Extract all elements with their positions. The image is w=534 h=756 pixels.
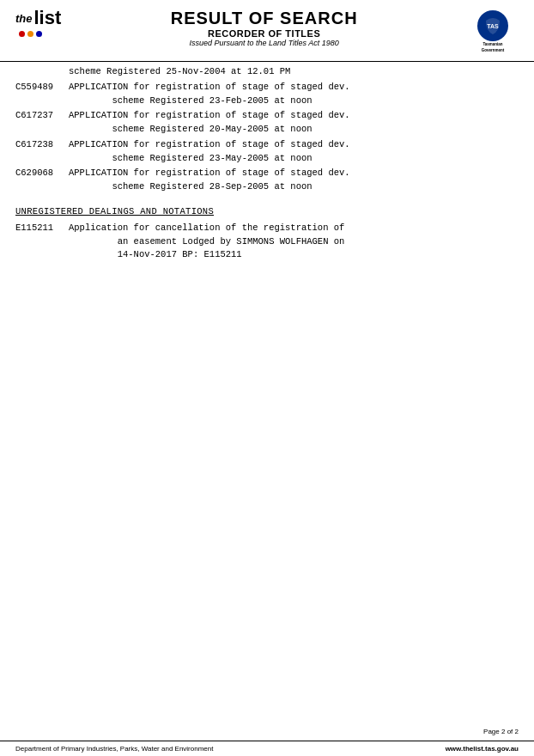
entry-id (15, 65, 69, 79)
svg-text:Government: Government (482, 48, 505, 52)
entry-id: C629068 (15, 167, 69, 194)
list-item: E115211 Application for cancellation of … (15, 222, 519, 262)
entry-text: APPLICATION for registration of stage of… (69, 138, 519, 166)
logo-list: list (34, 9, 62, 27)
entry-id: C559489 (15, 81, 69, 108)
logo-the: the (15, 12, 33, 25)
continued-entries: scheme Registered 25-Nov-2004 at 12.01 P… (15, 65, 519, 194)
logo-dot-orange (27, 31, 33, 37)
list-item: C617238 APPLICATION for registration of … (15, 138, 519, 166)
footer-website: www.thelist.tas.gov.au (446, 745, 519, 753)
recorder-subtitle: RECORDER OF TITLES (70, 28, 458, 39)
page-footer: Department of Primary Industries, Parks,… (0, 741, 534, 756)
entry-text: APPLICATION for registration of stage of… (69, 167, 519, 194)
entry-text: APPLICATION for registration of stage of… (69, 81, 519, 108)
page-title: RESULT OF SEARCH (70, 9, 458, 28)
entry-id: C617238 (15, 138, 69, 166)
page-number: Page 2 of 2 (483, 728, 534, 737)
page-header: the list RESULT OF SEARCH RECORDER OF TI… (0, 0, 534, 62)
logo-dot-blue (36, 31, 42, 37)
unregistered-entries: E115211 Application for cancellation of … (15, 222, 519, 262)
main-content: scheme Registered 25-Nov-2004 at 12.01 P… (0, 62, 534, 298)
entry-id: E115211 (15, 222, 69, 262)
logo-dot-red (19, 31, 25, 37)
list-item: C629068 APPLICATION for registration of … (15, 167, 519, 194)
list-item: C617237 APPLICATION for registration of … (15, 109, 519, 137)
svg-text:TAS: TAS (487, 23, 499, 29)
entry-id: C617237 (15, 109, 69, 137)
header-title-block: RESULT OF SEARCH RECORDER OF TITLES Issu… (61, 9, 467, 47)
tasmanian-government-logo: TAS Tasmanian Government (467, 9, 519, 56)
svg-text:Tasmanian: Tasmanian (482, 42, 502, 46)
entry-text: scheme Registered 25-Nov-2004 at 12.01 P… (69, 65, 519, 79)
entry-text: APPLICATION for registration of stage of… (69, 109, 519, 137)
entry-text: Application for cancellation of the regi… (69, 222, 519, 262)
logo-area: the list (15, 9, 61, 37)
section-heading-unregistered: UNREGISTERED DEALINGS AND NOTATIONS (15, 206, 519, 216)
list-item: C559489 APPLICATION for registration of … (15, 81, 519, 108)
issued-text: Issued Pursuant to the Land Titles Act 1… (70, 39, 458, 47)
list-item: scheme Registered 25-Nov-2004 at 12.01 P… (15, 65, 519, 79)
footer-department: Department of Primary Industries, Parks,… (15, 745, 213, 753)
tas-logo-area: TAS Tasmanian Government (467, 9, 519, 56)
